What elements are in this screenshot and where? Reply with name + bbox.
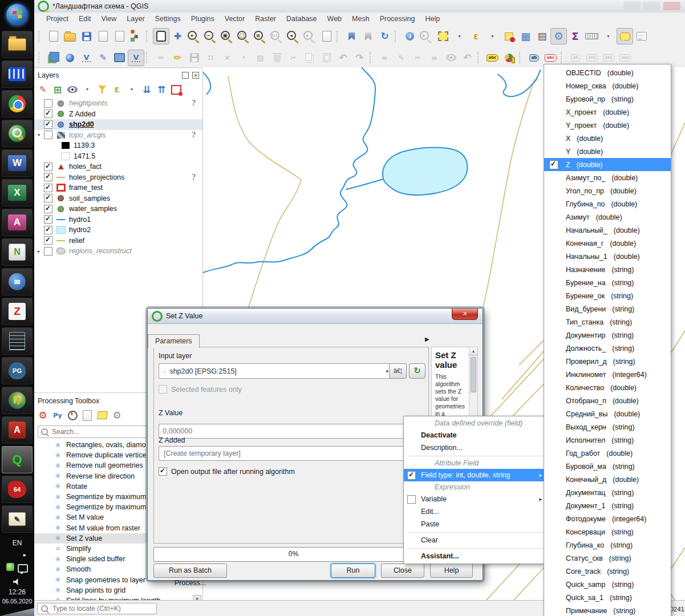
refresh-map-icon[interactable]: ↻ xyxy=(376,28,393,44)
layer-styling-icon[interactable]: ✎ xyxy=(37,83,49,96)
locate-input[interactable] xyxy=(51,604,153,613)
taskbar-chrome[interactable] xyxy=(2,90,33,117)
layer-row[interactable]: 1139.3 ? xyxy=(34,140,202,151)
filter-dropdown-icon[interactable]: ▾ xyxy=(125,83,138,96)
field-item[interactable]: Бурение_на (string) xyxy=(544,276,671,289)
expander-icon[interactable]: ▸ xyxy=(38,249,44,254)
results-viewer-icon[interactable] xyxy=(81,409,94,422)
taskbar-sasplanet[interactable] xyxy=(2,120,33,147)
field-item[interactable]: Z (double) xyxy=(544,158,671,171)
zoom-to-selection-icon[interactable]: ▢ xyxy=(236,28,252,44)
layer-checkbox[interactable] xyxy=(44,173,52,181)
start-button[interactable] xyxy=(2,1,33,29)
zoom-last-icon[interactable]: ◂ xyxy=(285,28,302,44)
copy-features-icon[interactable] xyxy=(302,50,318,66)
expander-icon[interactable]: ▾ xyxy=(38,132,44,137)
menu-item[interactable]: Layer xyxy=(121,14,149,24)
context-menu-item[interactable]: ✓ Attribute Field ▸ xyxy=(404,457,546,469)
redo-icon[interactable]: ↷ xyxy=(351,50,368,66)
float-panel-icon[interactable] xyxy=(182,72,189,79)
add-feature-icon[interactable]: ∷ xyxy=(202,50,219,66)
field-item[interactable]: Фотодокуме (integer64) xyxy=(544,512,671,525)
zoom-native-icon[interactable]: 1:1 xyxy=(269,28,285,44)
field-item[interactable]: Y_проект (double) xyxy=(544,119,671,132)
menu-item[interactable]: Web xyxy=(322,14,347,24)
volume-icon[interactable] xyxy=(13,578,21,585)
taskbar-acrobat[interactable]: A xyxy=(2,416,33,444)
layer-notes-badge[interactable]: ? xyxy=(192,99,196,107)
layer-notes-badge[interactable]: ? xyxy=(192,173,196,181)
pan-to-selection-icon[interactable]: ✚ xyxy=(169,28,186,44)
field-item[interactable]: Азимут (double) xyxy=(544,210,671,224)
layer-checkbox[interactable] xyxy=(44,215,52,224)
dialog-titlebar[interactable]: Set Z Value xyxy=(148,309,483,324)
open-output-checkbox[interactable]: Open output file after running algorithm xyxy=(159,467,295,476)
layer-checkbox[interactable] xyxy=(44,226,52,234)
field-item[interactable]: Примечание (string) xyxy=(544,604,671,616)
locate-box[interactable] xyxy=(37,603,157,614)
expression-dropdown-icon[interactable]: ▾ xyxy=(484,28,501,44)
help-collapse-icon[interactable]: ▶ xyxy=(425,336,429,342)
select-by-expression-icon[interactable]: ε xyxy=(468,28,484,44)
edit-in-place-icon[interactable] xyxy=(96,409,108,422)
run-as-batch-button[interactable]: Run as Batch Process... xyxy=(153,564,227,578)
remove-layer-icon[interactable] xyxy=(170,83,183,96)
deselect-features-icon[interactable] xyxy=(501,28,517,44)
identify-features-icon[interactable]: i xyxy=(402,28,418,44)
context-menu-item[interactable]: ✓ Edit... ▸ xyxy=(404,505,546,518)
measure-dropdown-icon[interactable]: ▾ xyxy=(600,28,617,44)
layer-row[interactable]: hydro2 ? xyxy=(34,225,202,236)
manage-visibility-icon[interactable] xyxy=(66,83,79,96)
open-project-icon[interactable] xyxy=(62,28,78,44)
new-spatialite-icon[interactable]: ✎ xyxy=(95,50,111,66)
field-item[interactable]: Конечный_д (double) xyxy=(544,473,671,486)
field-item[interactable]: Должность_ (string) xyxy=(544,342,671,355)
layer-checkbox[interactable] xyxy=(44,236,52,245)
context-menu-item[interactable]: ✓ Variable ▸ xyxy=(404,493,546,505)
scroll-thumb[interactable] xyxy=(471,357,476,392)
vertex-dropdown-icon[interactable]: ▾ xyxy=(236,50,252,66)
menu-item[interactable]: Processing xyxy=(375,14,420,24)
field-item[interactable]: Год_работ (double) xyxy=(544,447,671,460)
context-menu-item[interactable]: ✓ Expression ▸ xyxy=(404,481,546,493)
menu-item[interactable]: Database xyxy=(281,14,322,24)
minimize-button[interactable] xyxy=(623,2,641,10)
layer-labeling-icon[interactable]: abc xyxy=(484,50,501,66)
zoom-next-icon[interactable]: ▸ xyxy=(302,28,318,44)
layer-row[interactable]: Z Added ? xyxy=(34,109,202,120)
layer-row[interactable]: holes_fact ? xyxy=(34,161,202,172)
taskbar-thunderbird[interactable]: ✉ xyxy=(2,268,33,295)
menu-item[interactable]: Plugins xyxy=(186,14,220,24)
taskbar-notepadpp[interactable]: N xyxy=(2,238,33,266)
new-geopackage-icon[interactable] xyxy=(62,50,78,66)
field-item[interactable]: Тип_станка (string) xyxy=(544,315,671,329)
layer-row[interactable]: ▾ topo_arcgis ? xyxy=(34,130,202,141)
field-item[interactable]: X (double) xyxy=(544,132,671,145)
field-item[interactable]: Quick_sa_1 (string) xyxy=(544,591,671,604)
layer-row[interactable]: heightpoints ? xyxy=(34,98,202,109)
statistical-summary-icon[interactable]: Σ xyxy=(567,28,583,44)
selected-features-checkbox[interactable]: Selected features only xyxy=(159,385,242,394)
new-memory-layer-icon[interactable]: V xyxy=(128,50,144,66)
run-button[interactable]: Run xyxy=(331,564,375,578)
field-item[interactable]: Core_track (string) xyxy=(544,565,671,578)
history-icon[interactable] xyxy=(66,409,79,422)
rollback-edits-icon[interactable]: ↶ xyxy=(459,50,476,66)
field-item[interactable]: Конечная_г (double) xyxy=(544,237,671,250)
field-item[interactable]: Глубина_ко (string) xyxy=(544,538,671,552)
help-button[interactable]: Help xyxy=(430,564,473,578)
layer-row[interactable]: shp2d0 ? xyxy=(34,119,202,130)
taskbar-qgis[interactable]: Q xyxy=(2,446,33,473)
menu-item[interactable]: Project xyxy=(41,14,74,24)
zoom-out-icon[interactable]: − xyxy=(202,28,219,44)
field-item[interactable]: Средний_вы (double) xyxy=(544,407,671,420)
browse-ellipsis-button[interactable]: â€¦ xyxy=(389,363,407,379)
output-layer-input[interactable] xyxy=(163,449,406,458)
new-print-layout-icon[interactable] xyxy=(95,28,111,44)
digitize-shape-icon[interactable]: ✎ xyxy=(393,50,410,66)
new-spatial-bookmark-icon[interactable] xyxy=(343,28,360,44)
taskbar-notepad[interactable] xyxy=(2,327,33,355)
zoom-in-icon[interactable]: + xyxy=(186,28,202,44)
field-item[interactable]: Документац (string) xyxy=(544,486,671,499)
context-menu-item[interactable]: ✓ Assistant... ▸ xyxy=(404,550,546,562)
